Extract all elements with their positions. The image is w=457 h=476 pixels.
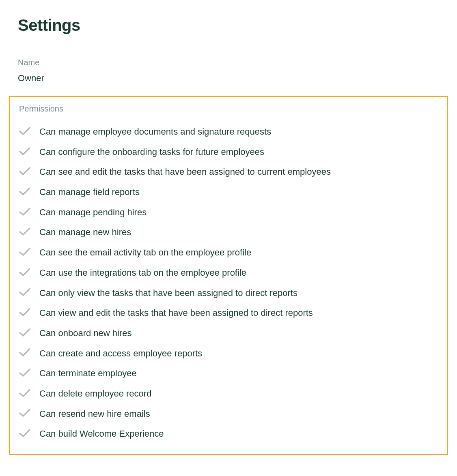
permission-item: Can configure the onboarding tasks for f… xyxy=(17,142,440,162)
permission-text: Can only view the tasks that have been a… xyxy=(39,287,297,299)
check-icon xyxy=(19,147,30,157)
permission-text: Can create and access employee reports xyxy=(39,347,202,360)
permission-item: Can only view the tasks that have been a… xyxy=(17,283,440,303)
permission-item: Can manage pending hires xyxy=(17,202,440,223)
check-icon xyxy=(19,287,30,298)
permission-text: Can build Welcome Experience xyxy=(39,428,164,440)
check-icon xyxy=(19,328,30,339)
permission-item: Can use the integrations tab on the empl… xyxy=(17,263,440,283)
check-icon xyxy=(19,268,30,278)
permission-text: Can manage employee documents and signat… xyxy=(39,126,271,138)
check-icon xyxy=(19,207,30,218)
check-icon xyxy=(19,368,30,379)
permissions-label: Permissions xyxy=(17,104,440,114)
page-title: Settings xyxy=(18,16,439,34)
permission-item: Can resend new hire emails xyxy=(17,404,440,424)
permission-item: Can onboard new hires xyxy=(17,323,440,343)
permission-text: Can manage new hires xyxy=(39,226,131,238)
permission-item: Can see and edit the tasks that have bee… xyxy=(17,162,440,182)
permission-text: Can terminate employee xyxy=(39,367,137,380)
permission-text: Can see the email activity tab on the em… xyxy=(39,247,251,259)
check-icon xyxy=(19,247,30,258)
permission-text: Can configure the onboarding tasks for f… xyxy=(39,146,264,158)
permission-item: Can view and edit the tasks that have be… xyxy=(17,303,440,323)
permission-item: Can manage new hires xyxy=(17,222,440,242)
permission-text: Can use the integrations tab on the empl… xyxy=(39,267,246,279)
permission-text: Can delete employee record xyxy=(39,388,151,400)
permission-text: Can manage field reports xyxy=(39,186,140,198)
check-icon xyxy=(19,408,30,419)
permission-item: Can create and access employee reports xyxy=(17,343,440,364)
check-icon xyxy=(19,187,30,197)
permission-text: Can see and edit the tasks that have bee… xyxy=(39,166,331,178)
name-value: Owner xyxy=(18,73,439,84)
permission-item: Can build Welcome Experience xyxy=(17,424,440,444)
check-icon xyxy=(19,127,30,137)
permission-item: Can manage employee documents and signat… xyxy=(17,122,440,142)
check-icon xyxy=(19,167,30,177)
name-field: Name Owner xyxy=(18,58,439,84)
check-icon xyxy=(19,348,30,358)
permission-item: Can manage field reports xyxy=(17,182,440,202)
permission-text: Can onboard new hires xyxy=(39,327,131,339)
check-icon xyxy=(19,429,30,439)
permission-item: Can delete employee record xyxy=(17,384,440,404)
permission-item: Can see the email activity tab on the em… xyxy=(17,242,440,263)
permissions-list: Can manage employee documents and signat… xyxy=(17,122,440,444)
permission-text: Can view and edit the tasks that have be… xyxy=(39,307,313,319)
permission-text: Can manage pending hires xyxy=(39,206,147,219)
check-icon xyxy=(19,388,30,399)
name-label: Name xyxy=(18,58,439,67)
permission-item: Can terminate employee xyxy=(17,363,440,384)
permissions-highlight-box: Permissions Can manage employee document… xyxy=(9,96,448,455)
check-icon xyxy=(19,308,30,318)
check-icon xyxy=(19,227,30,238)
permission-text: Can resend new hire emails xyxy=(39,408,150,420)
